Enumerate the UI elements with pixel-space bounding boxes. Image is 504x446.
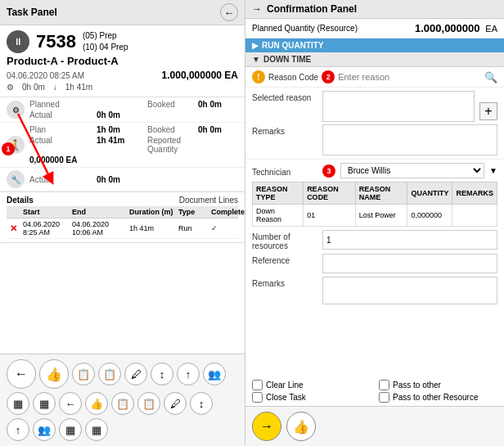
copy-btn-3[interactable]: 📋 bbox=[111, 392, 134, 415]
copy-btn-4[interactable]: 📋 bbox=[137, 392, 160, 415]
task-date: 04.06.2020 08:25 AM bbox=[7, 71, 84, 80]
technician-row: Technician 3 Bruce Willis ▼ bbox=[245, 159, 504, 182]
copy-btn-2[interactable]: 📋 bbox=[98, 363, 121, 385]
actual-label-1: Actual bbox=[29, 110, 95, 119]
checkbox-clear-line[interactable]: Clear Line bbox=[252, 380, 371, 390]
col-type: Type bbox=[178, 208, 211, 216]
col-quantity: QUANTITY bbox=[407, 182, 452, 205]
num-resources-field[interactable]: 1 bbox=[322, 230, 497, 250]
actual-label-2: Actual bbox=[29, 136, 95, 154]
col-reason-type: REASON TYPE bbox=[253, 182, 304, 205]
checkbox-pass-other-resource[interactable]: Pass to other Resource bbox=[379, 392, 497, 403]
reason-remarks-cell bbox=[452, 205, 497, 227]
upload-btn[interactable]: ↑ bbox=[177, 363, 200, 385]
copy-btn-1[interactable]: 📋 bbox=[72, 363, 95, 385]
confirm-approve-btn[interactable]: 👍 bbox=[286, 412, 316, 441]
technician-select[interactable]: Bruce Willis bbox=[340, 163, 484, 178]
clear-line-checkbox[interactable] bbox=[252, 380, 263, 390]
action-buttons: → 👍 bbox=[252, 412, 316, 441]
reason-code-label: Reason Code bbox=[268, 73, 318, 82]
users-btn-2[interactable]: 👥 bbox=[33, 418, 56, 441]
sort-btn[interactable]: ↕ bbox=[151, 363, 173, 385]
right-bottom-actions: → 👍 bbox=[245, 406, 504, 446]
task-number: 7538 bbox=[36, 31, 76, 52]
metric-icon-gear: ⚙ bbox=[7, 101, 25, 119]
clear-line-label: Clear Line bbox=[266, 381, 304, 390]
sort-btn-2[interactable]: ↕ bbox=[190, 392, 213, 415]
circle-num-3: 3 bbox=[322, 164, 335, 178]
task-info-section: ⏸ 7538 (05) Prep (10) 04 Prep Product-A … bbox=[0, 25, 245, 97]
planned-qty-value: 1.000,000000 bbox=[415, 22, 480, 34]
remarks-label: Remarks bbox=[252, 124, 317, 136]
pass-other-checkbox[interactable] bbox=[379, 380, 389, 390]
panel-back-icon[interactable]: ← bbox=[220, 3, 238, 21]
upload-btn-2[interactable]: ↑ bbox=[7, 418, 29, 441]
booked-val-2: 0h 0m bbox=[198, 125, 245, 134]
technician-label: Technician bbox=[252, 165, 317, 177]
reason-code-row: ! Reason Code 2 🔍 bbox=[245, 67, 504, 88]
task-desc1: (05) Prep bbox=[83, 30, 128, 42]
reference-field[interactable] bbox=[322, 254, 497, 273]
booked-label-2: Booked bbox=[147, 125, 196, 134]
checkbox-close-task[interactable]: Close Task bbox=[252, 392, 371, 403]
reason-table-row: Down Reason 01 Lost Power 0,000000 bbox=[253, 205, 497, 227]
run-qty-chevron: ▶ bbox=[252, 41, 259, 50]
planned-label-1: Planned bbox=[29, 100, 95, 109]
close-task-label: Close Task bbox=[266, 393, 306, 402]
run-qty-label: RUN QUANTITY bbox=[262, 41, 324, 50]
pass-other-label: Pass to other bbox=[393, 381, 441, 390]
confirm-forward-btn[interactable]: → bbox=[252, 412, 281, 441]
reason-qty-cell: 0,000000 bbox=[407, 205, 452, 227]
lower-section: Number of resources 1 Reference Remarks bbox=[245, 227, 504, 376]
down-time-label: DOWN TIME bbox=[263, 55, 311, 64]
num-resources-value: 1 bbox=[326, 236, 331, 245]
details-label: Details bbox=[7, 196, 34, 205]
plus-button[interactable]: + bbox=[479, 102, 497, 120]
back-btn[interactable]: ← bbox=[7, 359, 36, 389]
actual-val-2: 1h 41m bbox=[97, 136, 146, 154]
planned-qty-label: Planned Quantity (Resource) bbox=[252, 24, 358, 33]
confirmation-panel-title: Confirmation Panel bbox=[267, 3, 357, 15]
metric-icon-tool: 🔧 bbox=[7, 170, 25, 188]
doc-lines-label: Document Lines bbox=[179, 196, 238, 206]
reason-name-cell: Lost Power bbox=[355, 205, 407, 227]
metric-row-setup: ⚙ Planned Booked 0h 0m Actual 0h 0m bbox=[0, 97, 245, 123]
grid-btn-4[interactable]: ▦ bbox=[85, 418, 108, 441]
reason-type-cell: Down Reason bbox=[253, 205, 304, 227]
details-section: Details Document Lines Start End Duratio… bbox=[0, 192, 245, 243]
col-reason-code: REASON CODE bbox=[304, 182, 356, 205]
run-qty-bar[interactable]: ▶ RUN QUANTITY bbox=[245, 38, 504, 52]
grid-btn-1[interactable]: ▦ bbox=[7, 392, 29, 415]
back-btn-2[interactable]: ← bbox=[59, 392, 82, 415]
close-task-checkbox[interactable] bbox=[252, 392, 263, 403]
reference-label: Reference bbox=[252, 254, 317, 265]
row-delete-btn[interactable]: ✕ bbox=[10, 223, 23, 234]
pass-other-resource-checkbox[interactable] bbox=[379, 392, 389, 403]
reason-table: REASON TYPE REASON CODE REASON NAME QUAN… bbox=[252, 182, 497, 227]
booked-label-1: Booked bbox=[147, 100, 196, 109]
actual-label-3: Actual bbox=[29, 175, 95, 184]
task-desc2: (10) 04 Prep bbox=[83, 42, 128, 53]
checkbox-pass-other[interactable]: Pass to other bbox=[379, 380, 497, 390]
selected-reason-field[interactable] bbox=[322, 91, 475, 122]
warning-icon: ! bbox=[252, 70, 265, 83]
right-arrow-icon: → bbox=[252, 3, 262, 15]
remarks2-field[interactable] bbox=[322, 277, 497, 304]
users-btn[interactable]: 👥 bbox=[203, 363, 226, 385]
grid-btn-2[interactable]: ▦ bbox=[33, 392, 56, 415]
edit-btn[interactable]: 🖊 bbox=[124, 363, 147, 385]
grid-btn-3[interactable]: ▦ bbox=[59, 418, 82, 441]
planned-qty-unit: EA bbox=[485, 24, 497, 34]
reason-table-container: REASON TYPE REASON CODE REASON NAME QUAN… bbox=[245, 182, 504, 227]
checkboxes-section: Clear Line Pass to other Close Task Pass… bbox=[245, 376, 504, 406]
row-start: 04.06.2020 8:25 AM bbox=[23, 220, 72, 237]
approve-btn[interactable]: 👍 bbox=[39, 359, 69, 389]
tech-dropdown-icon: ▼ bbox=[489, 166, 497, 175]
edit-btn-2[interactable]: 🖊 bbox=[164, 392, 187, 415]
reason-search-icon[interactable]: 🔍 bbox=[484, 71, 497, 83]
down-time-bar[interactable]: ▼ DOWN TIME bbox=[245, 52, 504, 67]
enter-reason-input[interactable] bbox=[338, 72, 481, 82]
col-reason-name: REASON NAME bbox=[355, 182, 407, 205]
remarks-field[interactable] bbox=[322, 124, 497, 155]
approve-btn-2[interactable]: 👍 bbox=[85, 392, 108, 415]
